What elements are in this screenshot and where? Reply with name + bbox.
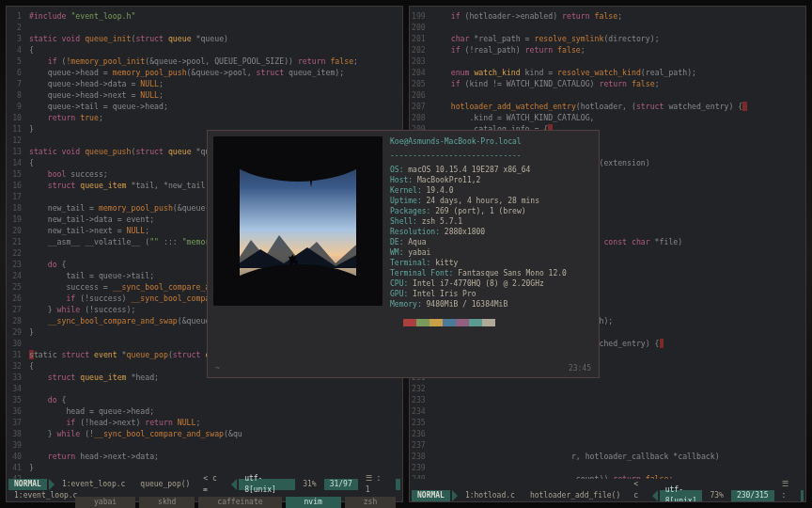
code-text[interactable]: head = queue->head; [29, 405, 400, 417]
scroll-indicator [801, 490, 804, 501]
code-line[interactable]: 34 [8, 383, 400, 394]
code-text[interactable]: queue->head->next = NULL; [29, 89, 400, 101]
code-text[interactable]: enum watch_kind kind = resolve_watch_kin… [432, 67, 804, 78]
code-text[interactable]: queue->head = memory_pool_push(&queue->p… [29, 67, 400, 78]
tab-skhd[interactable]: skhd [139, 497, 195, 508]
file-name[interactable]: 1:hotload.c [460, 490, 521, 501]
line-number: 233 [412, 394, 432, 405]
code-text[interactable] [29, 383, 400, 394]
code-text[interactable]: .kind = WATCH_KIND_CATALOG, [432, 112, 804, 123]
line-number: 17 [8, 191, 29, 202]
code-text[interactable]: char *real_path = resolve_symlink(direct… [432, 33, 804, 44]
mode-indicator: NORMAL [8, 479, 47, 490]
code-line[interactable]: 10 return true; [8, 112, 400, 123]
code-line[interactable]: 1#include "event_loop.h" [8, 10, 400, 22]
code-text[interactable]: if (!memory_pool_init(&queue->pool, QUEU… [29, 56, 400, 67]
shell-prompt[interactable]: ~ [215, 363, 220, 373]
code-text[interactable]: queue->tail = queue->head; [29, 101, 400, 112]
code-line[interactable]: 7 queue->head->data = NULL; [8, 78, 400, 89]
code-line[interactable]: 37 if (!head->next) return NULL; [8, 417, 400, 428]
neofetch-image [213, 136, 383, 306]
code-text[interactable] [432, 56, 804, 67]
code-text[interactable] [432, 439, 804, 451]
code-line[interactable]: 39 [8, 439, 400, 451]
code-line[interactable]: 207 hotloader_add_watched_entry(hotloade… [412, 101, 804, 112]
tab-caffeinate[interactable]: caffeinate [198, 497, 281, 508]
code-line[interactable]: 41} [8, 462, 400, 473]
code-line[interactable]: 236 [412, 428, 804, 439]
terminal-window[interactable]: Koe@Asmunds-MacBook-Pro.local ----------… [207, 130, 600, 378]
line-number: 234 [412, 405, 432, 417]
terminal-tabs[interactable]: yabaiskhdcaffeinatenvimzsh [75, 497, 396, 508]
code-line[interactable]: 3static void queue_init(struct queue *qu… [8, 33, 400, 44]
code-line[interactable]: 233 [412, 394, 804, 405]
line-number: 18 [8, 202, 29, 214]
code-text[interactable]: if (!head->next) return NULL; [29, 417, 400, 428]
code-line[interactable]: 239 [412, 462, 804, 473]
code-text[interactable] [432, 89, 804, 101]
line-number: 207 [412, 101, 432, 112]
code-text[interactable] [432, 22, 804, 33]
buffer-name[interactable]: 1:event_loop.c [8, 490, 83, 501]
code-text[interactable]: #include "event_loop.h" [29, 10, 400, 22]
code-text[interactable] [432, 462, 804, 473]
line-number: 23 [8, 259, 29, 270]
code-text[interactable]: { [29, 44, 400, 56]
code-text[interactable]: if (hotloader->enabled) return false; [432, 10, 804, 22]
code-text[interactable]: if (!real_path) return false; [432, 44, 804, 56]
code-line[interactable]: 240 _count)) return false; [412, 473, 804, 479]
code-line[interactable]: 5 if (!memory_pool_init(&queue->pool, QU… [8, 56, 400, 67]
function-name: queue_pop() [134, 479, 195, 490]
code-line[interactable]: 208 .kind = WATCH_KIND_CATALOG, [412, 112, 804, 123]
code-text[interactable] [432, 417, 804, 428]
code-text[interactable]: _count)) return false; [432, 473, 804, 479]
code-line[interactable]: 9 queue->tail = queue->head; [8, 101, 400, 112]
code-text[interactable]: hotloader_add_watched_entry(hotloader, (… [432, 101, 804, 112]
code-line[interactable]: 204 enum watch_kind kind = resolve_watch… [412, 67, 804, 78]
code-line[interactable]: 238 r, hotloader_callback *callback) [412, 451, 804, 462]
code-line[interactable]: 203 [412, 56, 804, 67]
code-text[interactable]: static void queue_init(struct queue *que… [29, 33, 400, 44]
code-line[interactable]: 232 [412, 383, 804, 394]
code-line[interactable]: 35 do { [8, 394, 400, 405]
code-line[interactable]: 36 head = queue->head; [8, 405, 400, 417]
code-text[interactable]: if (kind != WATCH_KIND_CATALOG) return f… [432, 78, 804, 89]
code-line[interactable]: 8 queue->head->next = NULL; [8, 89, 400, 101]
code-text[interactable] [432, 428, 804, 439]
tab-nvim[interactable]: nvim [286, 497, 341, 508]
code-text[interactable] [432, 383, 804, 394]
code-text[interactable]: } [29, 462, 400, 473]
code-line[interactable]: 205 if (kind != WATCH_KIND_CATALOG) retu… [412, 78, 804, 89]
code-text[interactable]: r, hotloader_callback *callback) [432, 451, 804, 462]
code-line[interactable]: 38 } while (!__sync_bool_compare_and_swa… [8, 428, 400, 439]
code-text[interactable] [29, 439, 400, 451]
file-name[interactable]: 1:event_loop.c [56, 479, 131, 490]
code-text[interactable]: do { [29, 394, 400, 405]
tab-yabai[interactable]: yabai [75, 497, 135, 508]
code-line[interactable]: 2 [8, 22, 400, 33]
percent: 31% [297, 479, 321, 490]
code-line[interactable]: 40 return head->next->data; [8, 451, 400, 462]
code-line[interactable]: 200 [412, 22, 804, 33]
code-text[interactable] [432, 394, 804, 405]
line-number: 232 [412, 383, 432, 394]
code-line[interactable]: 201 char *real_path = resolve_symlink(di… [412, 33, 804, 44]
code-line[interactable]: 235 [412, 417, 804, 428]
code-text[interactable] [29, 22, 400, 33]
code-line[interactable]: 199 if (hotloader->enabled) return false… [412, 10, 804, 22]
line-number: 4 [8, 44, 29, 56]
code-text[interactable] [432, 405, 804, 417]
code-line[interactable]: 202 if (!real_path) return false; [412, 44, 804, 56]
code-text[interactable]: queue->head->data = NULL; [29, 78, 400, 89]
code-line[interactable]: 237 [412, 439, 804, 451]
code-text[interactable]: } while (!__sync_bool_compare_and_swap(&… [29, 428, 400, 439]
line-number: 29 [8, 326, 29, 338]
code-line[interactable]: 234 [412, 405, 804, 417]
tab-zsh[interactable]: zsh [345, 497, 396, 508]
code-text[interactable]: return head->next->data; [29, 451, 400, 462]
code-line[interactable]: 206 [412, 89, 804, 101]
code-line[interactable]: 4{ [8, 44, 400, 56]
code-line[interactable]: 6 queue->head = memory_pool_push(&queue-… [8, 67, 400, 78]
code-text[interactable]: return true; [29, 112, 400, 123]
info-row: Uptime: 24 days, 4 hours, 28 mins [390, 196, 593, 206]
